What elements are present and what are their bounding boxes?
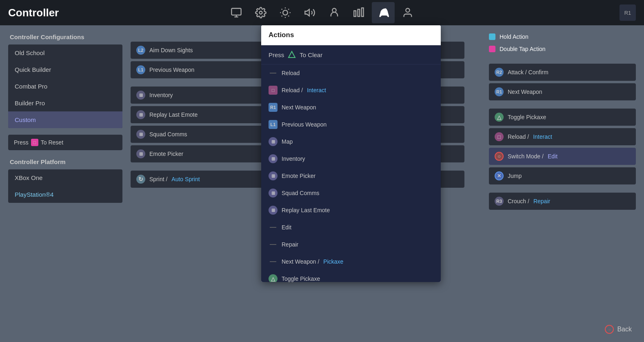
action-prev-weapon[interactable]: L1 Previous Weapon xyxy=(261,116,441,133)
legend-double-tap: Double Tap Action xyxy=(489,46,636,52)
inventory-icon: ⊞ xyxy=(136,91,145,100)
right-binding-jump[interactable]: ✕ Jump xyxy=(489,167,636,184)
spacer4 xyxy=(489,103,636,106)
dash-icon-3: — xyxy=(269,240,278,249)
svg-point-14 xyxy=(332,9,336,12)
action-map[interactable]: ⊞ Map xyxy=(261,133,441,150)
action-squad-comms[interactable]: ⊞ Squad Comms xyxy=(261,184,441,202)
dropdown-body[interactable]: Press To Clear — Reload □ Reload / Inter… xyxy=(261,45,441,282)
grid-icon-2: ⊞ xyxy=(269,154,278,163)
platform-ps4[interactable]: PlayStation®4 xyxy=(8,186,122,203)
nav-accessibility-btn[interactable] xyxy=(323,2,346,23)
top-nav: Controller xyxy=(0,0,644,25)
l1-icon: L1 xyxy=(136,65,145,74)
back-button[interactable]: ○ Back xyxy=(605,325,632,334)
triangle-icon xyxy=(287,50,296,59)
action-reload-interact-label: Reload / xyxy=(282,87,303,93)
nav-sound-btn[interactable] xyxy=(298,2,321,23)
config-old-school[interactable]: Old School xyxy=(8,44,122,61)
right-edit-label: Edit xyxy=(548,153,557,160)
tri-icon-1: △ xyxy=(269,274,278,282)
action-squad-comms-label: Squad Comms xyxy=(282,190,320,196)
right-binding-switch-mode[interactable]: ○ Switch Mode / Edit xyxy=(489,148,636,165)
action-edit-label: Edit xyxy=(282,224,291,231)
action-next-weapon-label: Next Weapon xyxy=(282,104,316,111)
action-reload[interactable]: — Reload xyxy=(261,64,441,82)
binding-aim-label: Aim Down Sights xyxy=(149,47,193,53)
config-custom[interactable]: Custom xyxy=(8,111,122,128)
nav-gamepad-btn[interactable] xyxy=(372,2,395,23)
svg-line-7 xyxy=(282,9,282,10)
right-binding-next-weapon[interactable]: R1 Next Weapon xyxy=(489,83,636,100)
right-binding-crouch[interactable]: R3 Crouch / Repair xyxy=(489,193,636,210)
right-binding-attack[interactable]: R2 Attack / Confirm xyxy=(489,64,636,81)
svg-point-3 xyxy=(260,11,262,14)
back-label: Back xyxy=(617,326,632,333)
action-next-weapon[interactable]: R1 Next Weapon xyxy=(261,99,441,116)
config-combat-pro[interactable]: Combat Pro xyxy=(8,78,122,95)
l1-icon-1: L1 xyxy=(269,120,278,129)
dash-icon-4: — xyxy=(269,257,278,266)
right-toggle-pickaxe-label: Toggle Pickaxe xyxy=(508,114,546,120)
action-inventory-label: Inventory xyxy=(282,155,305,162)
nav-monitor-btn[interactable] xyxy=(225,2,248,23)
action-repair-label: Repair xyxy=(282,241,298,248)
right-jump-label: Jump xyxy=(508,173,522,179)
press-label: Press xyxy=(14,139,29,146)
svg-line-12 xyxy=(288,9,289,10)
binding-sprint-label: Sprint / xyxy=(149,176,167,182)
svg-line-8 xyxy=(288,16,289,16)
action-toggle-pickaxe-label: Toggle Pickaxe xyxy=(282,275,320,282)
nav-gear-btn[interactable] xyxy=(249,2,272,23)
page-title: Controller xyxy=(8,7,59,19)
right-attack-label: Attack / Confirm xyxy=(508,69,549,76)
right-reload-label: Reload / xyxy=(508,133,529,140)
action-toggle-pickaxe[interactable]: △ Toggle Pickaxe xyxy=(261,270,441,282)
action-next-weapon-pickaxe[interactable]: — Next Weapon / Pickaxe xyxy=(261,253,441,270)
action-repair[interactable]: — Repair xyxy=(261,236,441,253)
r2-icon: R2 xyxy=(495,68,504,77)
action-edit[interactable]: — Edit xyxy=(261,219,441,236)
right-r3-icon: R3 xyxy=(495,197,504,206)
reset-label: To Reset xyxy=(41,139,63,146)
emote-icon: ⊞ xyxy=(136,149,145,158)
legend-hold: Hold Action xyxy=(489,33,636,40)
svg-rect-0 xyxy=(231,9,241,15)
binding-inventory-label: Inventory xyxy=(149,92,173,98)
press-reset[interactable]: Press □ To Reset xyxy=(8,135,122,150)
platform-xbox[interactable]: XBox One xyxy=(8,169,122,186)
right-cross-icon: ✕ xyxy=(495,171,504,180)
nav-network-btn[interactable] xyxy=(347,2,370,23)
action-replay-emote-label: Replay Last Emote xyxy=(282,207,330,213)
action-replay-emote[interactable]: ⊞ Replay Last Emote xyxy=(261,202,441,219)
nav-brightness-btn[interactable] xyxy=(274,2,297,23)
right-switch-mode-label: Switch Mode / xyxy=(508,153,544,160)
right-r1-icon: R1 xyxy=(495,87,504,96)
binding-emote-label: Emote Picker xyxy=(149,151,183,157)
grid-icon-1: ⊞ xyxy=(269,137,278,146)
press-to-clear: Press To Clear xyxy=(261,45,441,64)
hold-action-legend-box xyxy=(489,33,495,40)
action-reload-interact[interactable]: □ Reload / Interact xyxy=(261,82,441,99)
action-emote-picker[interactable]: ⊞ Emote Picker xyxy=(261,167,441,184)
config-list: Old School Quick Builder Combat Pro Buil… xyxy=(8,44,122,128)
binding-prev-weapon-label: Previous Weapon xyxy=(149,67,194,73)
dash-icon-2: — xyxy=(269,223,278,232)
back-icon: ○ xyxy=(605,325,614,334)
press-clear-prefix: Press xyxy=(269,51,284,58)
svg-rect-17 xyxy=(362,8,364,16)
action-map-label: Map xyxy=(282,138,293,145)
right-binding-reload[interactable]: □ Reload / Interact xyxy=(489,128,636,145)
sq-icon-1: □ xyxy=(269,86,278,95)
right-binding-toggle-pickaxe[interactable]: △ Toggle Pickaxe xyxy=(489,109,636,126)
action-interact-colored: Interact xyxy=(307,87,326,93)
hold-action-label: Hold Action xyxy=(500,33,529,40)
right-next-weapon-label: Next Weapon xyxy=(508,89,542,95)
config-builder-pro[interactable]: Builder Pro xyxy=(8,95,122,111)
double-tap-legend-box xyxy=(489,46,495,52)
r1-badge: R1 xyxy=(620,4,636,21)
nav-profile-btn[interactable] xyxy=(396,2,419,23)
config-quick-builder[interactable]: Quick Builder xyxy=(8,61,122,78)
svg-rect-16 xyxy=(358,9,360,17)
action-inventory[interactable]: ⊞ Inventory xyxy=(261,150,441,167)
